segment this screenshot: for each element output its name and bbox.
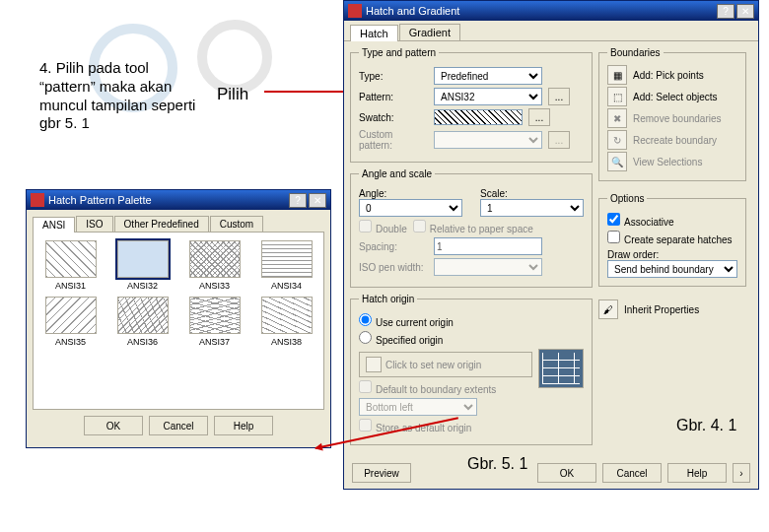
expand-button[interactable]: › [733, 463, 750, 483]
pattern-thumb [45, 297, 97, 334]
associative-label: Associative [624, 217, 674, 228]
specified-radio[interactable] [359, 331, 372, 344]
group-boundaries: Boundaries ▦Add: Pick points ⬚Add: Selec… [598, 47, 746, 181]
decorative-circle [197, 20, 272, 95]
pattern-thumb [189, 297, 241, 334]
pattern-item[interactable]: ANSI36 [109, 297, 175, 347]
figure-caption: Gbr. 4. 1 [676, 417, 736, 434]
type-label: Type: [359, 71, 428, 82]
recreate-boundary-button: ↻Recreate boundary [607, 129, 737, 151]
group-angle-scale: Angle and scale Angle: 0 Scale: 1 Double… [350, 168, 593, 288]
pattern-name: ANSI35 [55, 337, 86, 347]
origin-corner-select: Bottom left [359, 398, 477, 416]
group-label: Angle and scale [359, 168, 435, 179]
close-icon[interactable]: ✕ [309, 193, 326, 208]
hatch-pattern-palette-dialog: Hatch Pattern Palette ? ✕ ANSI ISO Other… [26, 189, 331, 448]
tab-ansi[interactable]: ANSI [33, 217, 75, 233]
help-button[interactable]: Help [214, 416, 273, 435]
remove-boundaries-button: ✖Remove boundaries [607, 107, 737, 129]
group-label: Options [607, 193, 647, 204]
rel-paper-checkbox [413, 220, 426, 233]
group-label: Type and pattern [359, 47, 439, 58]
app-icon [348, 4, 362, 18]
remove-b-label: Remove boundaries [633, 113, 722, 124]
window-title: Hatch and Gradient [366, 5, 459, 17]
iso-pen-select [434, 258, 542, 276]
ok-button[interactable]: OK [84, 416, 143, 435]
pattern-browse-button[interactable]: ... [548, 88, 570, 105]
help-titlebar-button[interactable]: ? [717, 4, 734, 19]
pattern-name: ANSI33 [199, 281, 230, 291]
scale-select[interactable]: 1 [480, 199, 584, 217]
pattern-thumb [117, 297, 169, 334]
pattern-item[interactable]: ANSI32 [109, 240, 175, 291]
pick-points-icon: ▦ [607, 65, 627, 85]
pattern-select[interactable]: ANSI32 [434, 88, 542, 105]
pattern-name: ANSI38 [271, 337, 302, 347]
draw-order-label: Draw order: [607, 249, 737, 260]
pattern-name: ANSI32 [127, 281, 158, 291]
inherit-icon: 🖌 [598, 299, 618, 319]
view-icon: 🔍 [607, 152, 627, 171]
pattern-thumb [189, 240, 241, 278]
figure-caption: Gbr. 5. 1 [467, 455, 527, 473]
pattern-item[interactable]: ANSI31 [37, 240, 104, 291]
window-title: Hatch Pattern Palette [48, 194, 152, 206]
scale-label: Scale: [480, 188, 584, 199]
titlebar[interactable]: Hatch and Gradient ? ✕ [344, 1, 758, 21]
default-ext-checkbox [359, 380, 372, 393]
help-titlebar-button[interactable]: ? [289, 193, 307, 208]
recreate-icon: ↻ [607, 130, 627, 150]
tab-gradient[interactable]: Gradient [399, 24, 460, 40]
angle-label: Angle: [359, 188, 462, 199]
click-set-label: Click to set new origin [385, 360, 481, 370]
pattern-thumb [45, 240, 97, 278]
ok-button[interactable]: OK [537, 463, 596, 483]
tab-strip: Hatch Gradient [344, 21, 758, 41]
pattern-item[interactable]: ANSI33 [181, 240, 247, 291]
custom-browse-button: ... [548, 131, 570, 149]
group-label: Boundaries [607, 47, 664, 58]
cancel-button[interactable]: Cancel [602, 463, 662, 483]
inherit-label: Inherit Properties [624, 304, 699, 315]
add-pick-label: Add: Pick points [633, 70, 704, 81]
swatch-label: Swatch: [359, 112, 428, 123]
tab-other[interactable]: Other Predefined [114, 216, 209, 232]
pattern-item[interactable]: ANSI37 [181, 297, 247, 347]
view-sel-label: View Selections [633, 157, 702, 167]
angle-select[interactable]: 0 [359, 199, 462, 217]
draw-order-select[interactable]: Send behind boundary [607, 260, 737, 278]
double-checkbox [359, 220, 372, 233]
hatch-origin-preview [538, 349, 584, 388]
swatch-preview[interactable] [434, 109, 523, 125]
pattern-thumb [261, 240, 313, 278]
group-type-pattern: Type and pattern Type: Predefined Patter… [350, 47, 593, 163]
associative-checkbox[interactable] [607, 213, 620, 226]
spacing-label: Spacing: [359, 241, 428, 252]
create-separate-checkbox[interactable] [607, 231, 620, 243]
pattern-item[interactable]: ANSI35 [37, 297, 104, 347]
help-button[interactable]: Help [667, 463, 727, 483]
tab-iso[interactable]: ISO [76, 216, 112, 232]
group-label: Hatch origin [359, 294, 417, 304]
inherit-properties-button[interactable]: 🖌Inherit Properties [598, 299, 746, 320]
use-current-radio[interactable] [359, 313, 372, 326]
tab-hatch[interactable]: Hatch [350, 25, 398, 41]
close-icon[interactable]: ✕ [736, 4, 754, 19]
spacing-input [434, 237, 542, 255]
add-select-objects-button[interactable]: ⬚Add: Select objects [607, 86, 737, 107]
default-ext-label: Default to boundary extents [376, 384, 496, 395]
pattern-name: ANSI31 [55, 281, 86, 291]
titlebar[interactable]: Hatch Pattern Palette ? ✕ [27, 190, 330, 210]
tab-custom[interactable]: Custom [210, 216, 263, 232]
pattern-item[interactable]: ANSI38 [253, 297, 319, 347]
add-pick-points-button[interactable]: ▦Add: Pick points [607, 64, 737, 86]
pattern-name: ANSI37 [199, 337, 230, 347]
cancel-button[interactable]: Cancel [149, 416, 208, 435]
pattern-name: ANSI34 [271, 281, 302, 291]
preview-button[interactable]: Preview [352, 463, 411, 483]
pattern-name: ANSI36 [127, 337, 158, 347]
pattern-item[interactable]: ANSI34 [253, 240, 319, 291]
type-select[interactable]: Predefined [434, 67, 542, 85]
swatch-browse-button[interactable]: ... [528, 108, 550, 126]
